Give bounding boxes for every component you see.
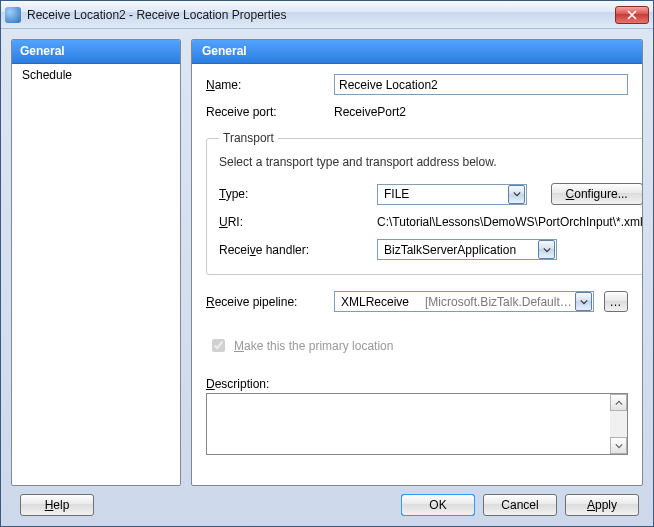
handler-dropdown-button[interactable] (538, 240, 555, 259)
receive-port-value: ReceivePort2 (334, 105, 628, 119)
type-value: FILE (378, 187, 508, 201)
type-select[interactable]: FILE (377, 184, 527, 205)
primary-location-checkbox (212, 339, 225, 352)
uri-value: C:\Tutorial\Lessons\DemoWS\PortOrchInput… (377, 215, 642, 229)
title-bar: Receive Location2 - Receive Location Pro… (1, 1, 653, 29)
description-label: Description: (206, 377, 628, 391)
chevron-down-icon (580, 299, 588, 305)
handler-select[interactable]: BizTalkServerApplication (377, 239, 557, 260)
scroll-up-button[interactable] (610, 394, 627, 411)
description-textarea[interactable] (207, 394, 610, 454)
app-icon (5, 7, 21, 23)
help-button[interactable]: Help (20, 494, 94, 516)
close-button[interactable] (615, 6, 649, 24)
sidebar-header: General (12, 40, 180, 64)
sidebar-list: Schedule (12, 64, 180, 485)
uri-label: URI: (219, 215, 367, 229)
pipeline-select[interactable]: XMLReceive [Microsoft.BizTalk.DefaultPip (334, 291, 594, 312)
primary-location-label: Make this the primary location (234, 339, 393, 353)
ellipsis-icon: … (610, 296, 623, 308)
content-panel: General Name: Receive port: ReceivePort2… (191, 39, 643, 486)
apply-button[interactable]: Apply (565, 494, 639, 516)
window-title: Receive Location2 - Receive Location Pro… (27, 8, 615, 22)
chevron-down-icon (543, 247, 551, 253)
pipeline-browse-button[interactable]: … (604, 291, 628, 312)
name-input[interactable] (334, 74, 628, 95)
handler-value: BizTalkServerApplication (378, 243, 538, 257)
client-area: General Schedule General Name: Receive p… (1, 29, 653, 526)
chevron-down-icon (615, 443, 623, 449)
type-dropdown-button[interactable] (508, 185, 525, 204)
category-sidebar: General Schedule (11, 39, 181, 486)
description-box (206, 393, 628, 455)
dialog-footer: Help OK Cancel Apply (11, 494, 643, 516)
transport-group: Transport Select a transport type and tr… (206, 131, 642, 275)
type-label: Type: (219, 187, 367, 201)
primary-location-checkbox-row: Make this the primary location (208, 336, 628, 355)
receive-port-label: Receive port: (206, 105, 324, 119)
handler-label: Receive handler: (219, 243, 367, 257)
close-icon (627, 10, 637, 20)
description-scrollbar[interactable] (610, 394, 627, 454)
pipeline-assembly: [Microsoft.BizTalk.DefaultPip (425, 295, 575, 309)
transport-legend: Transport (219, 131, 278, 145)
chevron-up-icon (615, 400, 623, 406)
sidebar-item-label: Schedule (22, 68, 72, 82)
dialog-window: Receive Location2 - Receive Location Pro… (0, 0, 654, 527)
ok-button[interactable]: OK (401, 494, 475, 516)
content-header: General (192, 40, 642, 64)
transport-hint: Select a transport type and transport ad… (219, 155, 642, 169)
sidebar-item-schedule[interactable]: Schedule (12, 66, 180, 84)
name-label: Name: (206, 78, 324, 92)
chevron-down-icon (513, 191, 521, 197)
pipeline-dropdown-button[interactable] (575, 292, 592, 311)
configure-button[interactable]: Configure... (551, 183, 642, 205)
scroll-down-button[interactable] (610, 437, 627, 454)
cancel-button[interactable]: Cancel (483, 494, 557, 516)
pipeline-value: XMLReceive (335, 295, 415, 309)
pipeline-label: Receive pipeline: (206, 295, 324, 309)
